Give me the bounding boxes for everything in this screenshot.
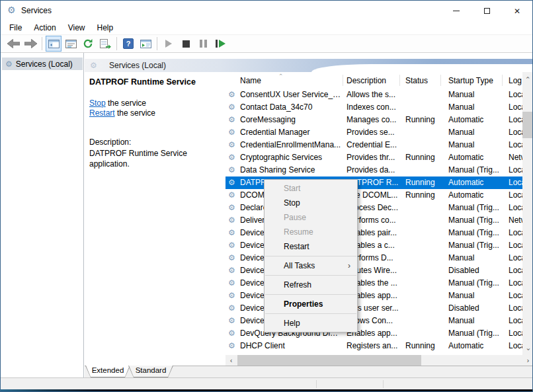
scroll-left-icon[interactable]: ‹ bbox=[226, 355, 237, 366]
export-list-button[interactable] bbox=[97, 36, 113, 52]
status-bar-separator bbox=[316, 380, 317, 388]
menu-file[interactable]: File bbox=[3, 22, 28, 34]
service-row[interactable]: ⚙CoreMessagingManages co...RunningAutoma… bbox=[226, 114, 522, 126]
service-row[interactable]: ⚙Cryptographic ServicesProvides thr...Ru… bbox=[226, 151, 522, 164]
service-status-cell: Running bbox=[405, 115, 440, 124]
back-button[interactable] bbox=[5, 36, 21, 52]
column-separator[interactable] bbox=[343, 75, 343, 86]
refresh-button[interactable] bbox=[80, 36, 96, 52]
banner-title: Services (Local) bbox=[109, 61, 166, 70]
service-row[interactable]: ⚙CredentialEnrollmentMana...Credential E… bbox=[226, 139, 522, 151]
service-description-cell: Credential E... bbox=[347, 140, 399, 149]
context-menu-item-refresh[interactable]: Refresh bbox=[265, 278, 357, 292]
stop-service-link[interactable]: Stop bbox=[89, 98, 106, 108]
column-separator[interactable] bbox=[440, 75, 441, 86]
service-startup-type-cell: Manual (Trig... bbox=[448, 329, 501, 338]
service-status-cell: Running bbox=[405, 341, 440, 350]
show-console-tree-button[interactable] bbox=[46, 36, 62, 52]
service-logon-cell: Loca bbox=[509, 190, 522, 200]
stop-service-button[interactable] bbox=[178, 36, 194, 52]
service-logon-cell: Loca bbox=[509, 278, 522, 288]
service-name-cell: Contact Data_34c70 bbox=[240, 102, 341, 112]
column-separator[interactable] bbox=[399, 75, 400, 86]
service-gear-icon: ⚙ bbox=[228, 178, 235, 187]
service-gear-icon: ⚙ bbox=[228, 291, 235, 300]
maximize-button[interactable] bbox=[472, 1, 502, 21]
service-row[interactable]: ⚙Data Sharing ServiceProvides da...Manua… bbox=[226, 164, 522, 176]
minimize-icon bbox=[453, 11, 460, 11]
horizontal-scrollbar[interactable]: ‹ › bbox=[226, 355, 533, 366]
service-gear-icon: ⚙ bbox=[228, 329, 235, 338]
window-title: Services bbox=[21, 6, 52, 15]
service-startup-type-cell: Manual bbox=[448, 90, 501, 99]
banner-services-icon: ⚙ bbox=[90, 61, 97, 70]
service-row[interactable]: ⚙ConsentUX User Service_34...Allows the … bbox=[226, 89, 522, 101]
close-button[interactable]: ✕ bbox=[502, 1, 532, 21]
menu-view[interactable]: View bbox=[62, 22, 91, 34]
service-name-cell: CoreMessaging bbox=[240, 115, 341, 124]
scroll-down-icon[interactable]: ‹ bbox=[522, 344, 533, 355]
service-startup-type-cell: Automatic bbox=[448, 153, 501, 162]
tab-standard[interactable]: Standard bbox=[128, 366, 173, 377]
menu-help[interactable]: Help bbox=[91, 22, 120, 34]
service-gear-icon: ⚙ bbox=[228, 278, 235, 288]
service-logon-cell: Loca bbox=[509, 90, 522, 99]
scroll-up-icon[interactable]: ‹ bbox=[522, 72, 533, 83]
service-name-cell: CredentialEnrollmentMana... bbox=[240, 140, 341, 149]
context-menu-item-help[interactable]: Help bbox=[265, 316, 357, 331]
service-logon-cell: Loca bbox=[509, 140, 522, 149]
menu-separator bbox=[265, 313, 356, 314]
service-gear-icon: ⚙ bbox=[228, 241, 235, 250]
column-header-startup-type[interactable]: Startup Type bbox=[448, 76, 493, 85]
column-header-description[interactable]: Description bbox=[347, 76, 386, 85]
context-menu-item-start: Start bbox=[265, 181, 357, 196]
service-startup-type-cell: Manual bbox=[448, 253, 501, 262]
services-window: ⚙ Services ✕ File Action View Help bbox=[0, 0, 533, 392]
service-row[interactable]: ⚙Contact Data_34c70Indexes con...ManualL… bbox=[226, 101, 522, 114]
menu-separator bbox=[265, 256, 356, 256]
restart-service-link[interactable]: Restart bbox=[89, 108, 115, 118]
minimize-button[interactable] bbox=[441, 1, 472, 21]
show-action-pane-button[interactable] bbox=[138, 36, 153, 52]
service-gear-icon: ⚙ bbox=[228, 303, 235, 313]
help-button[interactable]: ? bbox=[120, 36, 136, 52]
menu-separator bbox=[265, 275, 356, 276]
service-logon-cell: Netw bbox=[509, 216, 522, 225]
service-description-cell: Allows the s... bbox=[347, 90, 399, 99]
service-gear-icon: ⚙ bbox=[228, 140, 235, 149]
pause-service-button bbox=[195, 36, 211, 52]
context-menu-item-properties[interactable]: Properties bbox=[265, 297, 357, 311]
menu-action[interactable]: Action bbox=[28, 22, 62, 34]
service-gear-icon: ⚙ bbox=[228, 316, 235, 325]
vertical-scrollbar[interactable]: ‹ ‹ bbox=[522, 72, 533, 355]
forward-button[interactable] bbox=[22, 36, 38, 52]
stop-service-line: Stop the service bbox=[89, 98, 146, 108]
menu-bar: File Action View Help bbox=[1, 21, 532, 35]
service-name-cell: Data Sharing Service bbox=[240, 165, 341, 175]
properties-dialog-button[interactable] bbox=[63, 36, 79, 52]
context-menu-item-stop[interactable]: Stop bbox=[265, 196, 357, 210]
description-label: Description: bbox=[89, 137, 131, 147]
restart-service-button[interactable] bbox=[212, 36, 228, 52]
service-gear-icon: ⚙ bbox=[228, 203, 235, 212]
column-header-status[interactable]: Status bbox=[405, 76, 428, 85]
scroll-right-icon[interactable]: › bbox=[522, 355, 533, 366]
service-row[interactable]: ⚙Credential ManagerProvides se...ManualL… bbox=[226, 126, 522, 139]
column-header-name[interactable]: Name bbox=[240, 76, 261, 85]
context-menu-item-all-tasks[interactable]: All Tasks› bbox=[265, 258, 357, 273]
service-row[interactable]: ⚙DHCP ClientRegisters an...RunningAutoma… bbox=[226, 340, 522, 352]
column-header-logon[interactable]: Log bbox=[509, 76, 522, 85]
column-separator[interactable] bbox=[502, 75, 503, 86]
horizontal-scroll-thumb[interactable] bbox=[237, 355, 421, 366]
vertical-scroll-thumb[interactable] bbox=[522, 112, 533, 138]
service-description-cell: Manages co... bbox=[347, 115, 399, 124]
context-menu-item-pause: Pause bbox=[265, 210, 357, 225]
service-logon-cell: Loca bbox=[509, 102, 522, 112]
tab-extended[interactable]: Extended bbox=[85, 366, 130, 377]
tree-item-services-local[interactable]: ⚙ Services (Local) bbox=[2, 58, 83, 70]
service-startup-type-cell: Disabled bbox=[448, 266, 501, 275]
service-logon-cell: Loca bbox=[509, 329, 522, 338]
context-menu-item-restart[interactable]: Restart bbox=[265, 239, 357, 254]
service-startup-type-cell: Manual bbox=[448, 102, 501, 112]
selected-service-title: DATPROF Runtime Service bbox=[89, 77, 196, 87]
